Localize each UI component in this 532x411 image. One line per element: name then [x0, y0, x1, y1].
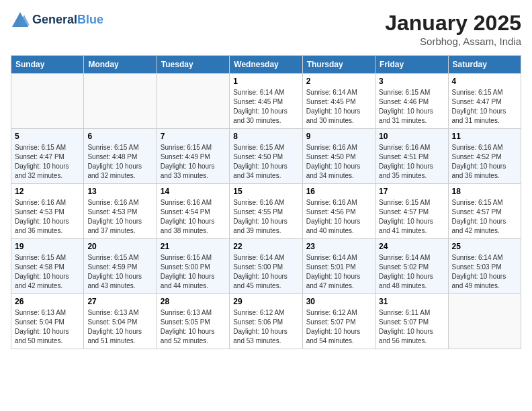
day-number: 9 — [306, 132, 371, 141]
calendar-cell — [84, 74, 157, 129]
day-number: 18 — [452, 187, 517, 196]
day-number: 15 — [233, 187, 298, 196]
day-number: 25 — [452, 242, 517, 251]
logo-icon — [11, 11, 30, 30]
day-info: Sunrise: 6:13 AM Sunset: 5:04 PM Dayligh… — [15, 308, 80, 346]
calendar-cell: 20Sunrise: 6:15 AM Sunset: 4:59 PM Dayli… — [84, 239, 157, 294]
day-number: 28 — [161, 297, 226, 306]
day-info: Sunrise: 6:15 AM Sunset: 4:48 PM Dayligh… — [87, 143, 152, 181]
calendar-cell: 29Sunrise: 6:12 AM Sunset: 5:06 PM Dayli… — [230, 294, 302, 349]
day-info: Sunrise: 6:15 AM Sunset: 4:46 PM Dayligh… — [379, 88, 444, 126]
col-header-wednesday: Wednesday — [230, 56, 302, 74]
day-number: 11 — [452, 132, 517, 141]
day-info: Sunrise: 6:14 AM Sunset: 5:00 PM Dayligh… — [233, 253, 298, 291]
day-info: Sunrise: 6:14 AM Sunset: 4:45 PM Dayligh… — [306, 88, 371, 126]
col-header-saturday: Saturday — [448, 56, 521, 74]
day-number: 7 — [161, 132, 226, 141]
calendar-cell: 14Sunrise: 6:16 AM Sunset: 4:54 PM Dayli… — [157, 184, 229, 239]
day-info: Sunrise: 6:15 AM Sunset: 4:57 PM Dayligh… — [452, 198, 517, 236]
location: Sorbhog, Assam, India — [385, 36, 521, 47]
calendar-cell: 5Sunrise: 6:15 AM Sunset: 4:47 PM Daylig… — [11, 129, 84, 184]
day-info: Sunrise: 6:14 AM Sunset: 5:03 PM Dayligh… — [452, 253, 517, 291]
calendar-cell — [157, 74, 229, 129]
day-info: Sunrise: 6:14 AM Sunset: 5:02 PM Dayligh… — [379, 253, 444, 291]
calendar-cell: 19Sunrise: 6:15 AM Sunset: 4:58 PM Dayli… — [11, 239, 84, 294]
day-number: 27 — [87, 297, 152, 306]
day-info: Sunrise: 6:16 AM Sunset: 4:55 PM Dayligh… — [233, 198, 298, 236]
calendar-cell: 3Sunrise: 6:15 AM Sunset: 4:46 PM Daylig… — [375, 74, 448, 129]
calendar-cell: 15Sunrise: 6:16 AM Sunset: 4:55 PM Dayli… — [230, 184, 302, 239]
day-info: Sunrise: 6:15 AM Sunset: 4:47 PM Dayligh… — [15, 143, 80, 181]
month-title: January 2025 — [385, 11, 521, 36]
calendar-cell: 22Sunrise: 6:14 AM Sunset: 5:00 PM Dayli… — [230, 239, 302, 294]
calendar-cell: 7Sunrise: 6:15 AM Sunset: 4:49 PM Daylig… — [157, 129, 229, 184]
calendar-cell — [11, 74, 84, 129]
day-number: 1 — [233, 77, 298, 86]
day-number: 24 — [379, 242, 444, 251]
day-number: 4 — [452, 77, 517, 86]
col-header-thursday: Thursday — [302, 56, 375, 74]
calendar-cell: 21Sunrise: 6:15 AM Sunset: 5:00 PM Dayli… — [157, 239, 229, 294]
day-number: 16 — [306, 187, 371, 196]
calendar-table: SundayMondayTuesdayWednesdayThursdayFrid… — [11, 55, 521, 349]
calendar-cell: 30Sunrise: 6:12 AM Sunset: 5:07 PM Dayli… — [302, 294, 375, 349]
calendar-cell: 12Sunrise: 6:16 AM Sunset: 4:53 PM Dayli… — [11, 184, 84, 239]
calendar-cell: 13Sunrise: 6:16 AM Sunset: 4:53 PM Dayli… — [84, 184, 157, 239]
day-number: 22 — [233, 242, 298, 251]
day-info: Sunrise: 6:16 AM Sunset: 4:53 PM Dayligh… — [87, 198, 152, 236]
day-info: Sunrise: 6:12 AM Sunset: 5:07 PM Dayligh… — [306, 308, 371, 346]
day-number: 12 — [15, 187, 80, 196]
calendar-cell: 28Sunrise: 6:13 AM Sunset: 5:05 PM Dayli… — [157, 294, 229, 349]
day-number: 21 — [161, 242, 226, 251]
day-number: 26 — [15, 297, 80, 306]
calendar-header-row: SundayMondayTuesdayWednesdayThursdayFrid… — [11, 56, 521, 74]
col-header-sunday: Sunday — [11, 56, 84, 74]
day-info: Sunrise: 6:16 AM Sunset: 4:56 PM Dayligh… — [306, 198, 371, 236]
calendar-cell: 18Sunrise: 6:15 AM Sunset: 4:57 PM Dayli… — [448, 184, 521, 239]
logo: GeneralBlue — [11, 11, 103, 30]
calendar-cell: 1Sunrise: 6:14 AM Sunset: 4:45 PM Daylig… — [230, 74, 302, 129]
calendar-cell: 25Sunrise: 6:14 AM Sunset: 5:03 PM Dayli… — [448, 239, 521, 294]
day-info: Sunrise: 6:15 AM Sunset: 4:57 PM Dayligh… — [379, 198, 444, 236]
calendar-cell: 23Sunrise: 6:14 AM Sunset: 5:01 PM Dayli… — [302, 239, 375, 294]
page-header: GeneralBlue January 2025 Sorbhog, Assam,… — [11, 11, 521, 47]
calendar-cell: 24Sunrise: 6:14 AM Sunset: 5:02 PM Dayli… — [375, 239, 448, 294]
calendar-week-row: 26Sunrise: 6:13 AM Sunset: 5:04 PM Dayli… — [11, 294, 521, 349]
day-info: Sunrise: 6:13 AM Sunset: 5:05 PM Dayligh… — [161, 308, 226, 346]
day-info: Sunrise: 6:12 AM Sunset: 5:06 PM Dayligh… — [233, 308, 298, 346]
calendar-week-row: 1Sunrise: 6:14 AM Sunset: 4:45 PM Daylig… — [11, 74, 521, 129]
calendar-week-row: 5Sunrise: 6:15 AM Sunset: 4:47 PM Daylig… — [11, 129, 521, 184]
day-info: Sunrise: 6:16 AM Sunset: 4:53 PM Dayligh… — [15, 198, 80, 236]
day-number: 23 — [306, 242, 371, 251]
day-info: Sunrise: 6:15 AM Sunset: 4:49 PM Dayligh… — [161, 143, 226, 181]
day-info: Sunrise: 6:15 AM Sunset: 4:59 PM Dayligh… — [87, 253, 152, 291]
day-info: Sunrise: 6:16 AM Sunset: 4:51 PM Dayligh… — [379, 143, 444, 181]
calendar-cell: 10Sunrise: 6:16 AM Sunset: 4:51 PM Dayli… — [375, 129, 448, 184]
calendar-week-row: 19Sunrise: 6:15 AM Sunset: 4:58 PM Dayli… — [11, 239, 521, 294]
calendar-cell: 26Sunrise: 6:13 AM Sunset: 5:04 PM Dayli… — [11, 294, 84, 349]
col-header-friday: Friday — [375, 56, 448, 74]
calendar-cell: 27Sunrise: 6:13 AM Sunset: 5:04 PM Dayli… — [84, 294, 157, 349]
day-number: 30 — [306, 297, 371, 306]
day-info: Sunrise: 6:15 AM Sunset: 5:00 PM Dayligh… — [161, 253, 226, 291]
calendar-cell: 2Sunrise: 6:14 AM Sunset: 4:45 PM Daylig… — [302, 74, 375, 129]
day-number: 2 — [306, 77, 371, 86]
day-number: 31 — [379, 297, 444, 306]
day-info: Sunrise: 6:14 AM Sunset: 4:45 PM Dayligh… — [233, 88, 298, 126]
calendar-cell: 11Sunrise: 6:16 AM Sunset: 4:52 PM Dayli… — [448, 129, 521, 184]
day-number: 20 — [87, 242, 152, 251]
calendar-cell: 6Sunrise: 6:15 AM Sunset: 4:48 PM Daylig… — [84, 129, 157, 184]
logo-text: GeneralBlue — [32, 13, 103, 27]
day-number: 19 — [15, 242, 80, 251]
day-number: 8 — [233, 132, 298, 141]
day-info: Sunrise: 6:15 AM Sunset: 4:47 PM Dayligh… — [452, 88, 517, 126]
day-info: Sunrise: 6:16 AM Sunset: 4:54 PM Dayligh… — [161, 198, 226, 236]
day-info: Sunrise: 6:13 AM Sunset: 5:04 PM Dayligh… — [87, 308, 152, 346]
day-info: Sunrise: 6:11 AM Sunset: 5:07 PM Dayligh… — [379, 308, 444, 346]
day-number: 10 — [379, 132, 444, 141]
day-number: 17 — [379, 187, 444, 196]
calendar-cell: 17Sunrise: 6:15 AM Sunset: 4:57 PM Dayli… — [375, 184, 448, 239]
day-info: Sunrise: 6:15 AM Sunset: 4:58 PM Dayligh… — [15, 253, 80, 291]
day-info: Sunrise: 6:14 AM Sunset: 5:01 PM Dayligh… — [306, 253, 371, 291]
calendar-cell: 16Sunrise: 6:16 AM Sunset: 4:56 PM Dayli… — [302, 184, 375, 239]
